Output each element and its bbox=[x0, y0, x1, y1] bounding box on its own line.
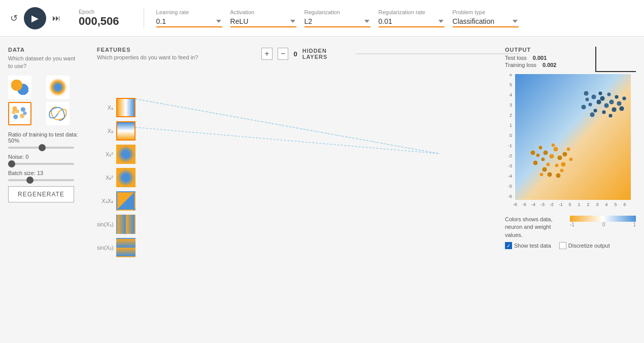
problem-type-label: Problem type bbox=[453, 9, 519, 15]
feature-sinx2: sin(X₂) bbox=[97, 238, 135, 257]
svg-text:-5: -5 bbox=[508, 184, 512, 189]
problem-type-group: Problem type ClassificationRegression bbox=[453, 9, 519, 27]
feature-x1sq: X₁² bbox=[97, 145, 135, 164]
ratio-slider[interactable] bbox=[8, 147, 74, 149]
feature-x2: X₂ bbox=[97, 121, 135, 141]
epoch-section: Epoch 000,506 bbox=[79, 9, 119, 28]
regularization-rate-select[interactable]: 0.010.0010.1 bbox=[379, 16, 445, 27]
svg-point-44 bbox=[607, 92, 611, 96]
reset-button[interactable]: ↺ bbox=[8, 11, 20, 26]
dataset-ring[interactable] bbox=[46, 76, 70, 99]
feature-sinx1: sin(X₁) bbox=[97, 215, 135, 234]
color-bar bbox=[570, 216, 636, 222]
svg-text:-1: -1 bbox=[508, 143, 512, 148]
batch-label: Batch size: 13 bbox=[8, 170, 81, 176]
network-svg-area bbox=[135, 88, 489, 265]
feature-x1sq-thumb[interactable] bbox=[116, 145, 135, 164]
color-bar-section: Colors shows data, neuron and weight val… bbox=[505, 216, 636, 239]
svg-text:-2: -2 bbox=[550, 202, 554, 207]
svg-point-1 bbox=[16, 110, 19, 113]
svg-point-73 bbox=[569, 157, 573, 161]
svg-text:3: 3 bbox=[596, 202, 598, 207]
features-column: X₁ X₂ X₁² X₂² X₁X₂ bbox=[97, 98, 135, 257]
data-subtitle: Which dataset do you want to use? bbox=[8, 55, 81, 71]
dataset-xor[interactable] bbox=[8, 102, 31, 125]
dataset-cluster[interactable] bbox=[8, 76, 31, 99]
show-test-data-row: Show test data bbox=[505, 242, 551, 249]
svg-point-3 bbox=[13, 115, 18, 119]
svg-point-70 bbox=[533, 160, 538, 165]
svg-point-57 bbox=[549, 154, 554, 159]
training-loss-value: 0.002 bbox=[543, 62, 557, 68]
color-bar-min: -1 bbox=[570, 222, 574, 227]
svg-point-4 bbox=[21, 107, 25, 112]
svg-text:0: 0 bbox=[568, 202, 571, 207]
svg-point-48 bbox=[590, 112, 595, 117]
svg-point-51 bbox=[608, 114, 613, 118]
left-panel: DATA Which dataset do you want to use? bbox=[0, 41, 89, 343]
svg-point-59 bbox=[553, 147, 558, 152]
feature-sinx1-thumb[interactable] bbox=[116, 215, 135, 234]
svg-text:-6: -6 bbox=[508, 194, 512, 199]
noise-slider[interactable] bbox=[8, 163, 74, 165]
learning-rate-group: Learning rate 0.10.30.030.01 bbox=[156, 9, 222, 27]
svg-point-36 bbox=[591, 94, 596, 99]
color-bar-ticks: -1 0 1 bbox=[570, 222, 636, 227]
feature-sinx2-thumb[interactable] bbox=[116, 238, 135, 257]
svg-point-40 bbox=[604, 103, 609, 108]
svg-point-74 bbox=[547, 172, 552, 177]
svg-point-75 bbox=[539, 173, 544, 177]
feature-x2-thumb[interactable] bbox=[116, 121, 135, 141]
svg-text:6: 6 bbox=[510, 74, 512, 77]
regenerate-button[interactable]: REGENERATE bbox=[8, 186, 74, 202]
noise-label: Noise: 0 bbox=[8, 154, 81, 160]
svg-point-41 bbox=[593, 109, 597, 113]
play-button[interactable]: ▶ bbox=[24, 7, 46, 29]
regularization-select[interactable]: L2NoneL1 bbox=[304, 16, 370, 27]
svg-text:5: 5 bbox=[510, 82, 512, 87]
remove-layer-button[interactable]: − bbox=[278, 48, 289, 60]
step-button[interactable]: ⏭ bbox=[50, 12, 62, 25]
activation-select[interactable]: ReLUTanhSigmoidLinear bbox=[230, 16, 296, 27]
activation-group: Activation ReLUTanhSigmoidLinear bbox=[230, 9, 296, 27]
svg-point-66 bbox=[536, 153, 540, 157]
batch-slider[interactable] bbox=[8, 179, 74, 181]
svg-text:3: 3 bbox=[510, 102, 512, 108]
svg-text:0: 0 bbox=[510, 133, 512, 138]
svg-point-64 bbox=[538, 146, 543, 150]
svg-point-56 bbox=[543, 150, 548, 155]
data-title: DATA bbox=[8, 47, 81, 53]
svg-point-71 bbox=[560, 168, 564, 173]
svg-point-60 bbox=[557, 155, 562, 160]
dataset-spiral[interactable] bbox=[46, 102, 70, 125]
dataset-grid bbox=[8, 76, 81, 125]
problem-type-select[interactable]: ClassificationRegression bbox=[453, 16, 519, 27]
color-bar-mid: 0 bbox=[602, 222, 605, 227]
ratio-thumb[interactable] bbox=[39, 144, 46, 151]
learning-rate-select[interactable]: 0.10.30.030.01 bbox=[156, 16, 222, 27]
visualization-area: 6 5 4 3 2 1 0 -1 -2 -3 -4 -5 -6 -6 -5 -4… bbox=[505, 74, 636, 212]
svg-point-50 bbox=[581, 105, 586, 110]
playback-controls: ↺ ▶ ⏭ bbox=[8, 7, 62, 29]
discretize-output-row: Discretize output bbox=[559, 242, 610, 249]
network-area: X₁ X₂ X₁² X₂² X₁X₂ bbox=[97, 88, 489, 265]
add-layer-button[interactable]: + bbox=[261, 48, 273, 60]
feature-x2sq-thumb[interactable] bbox=[116, 168, 135, 187]
svg-point-63 bbox=[555, 163, 559, 167]
right-panel: OUTPUT Test loss 0.001 Training loss 0.0… bbox=[497, 41, 644, 343]
background-gradient bbox=[515, 74, 631, 200]
regularization-label: Regularization bbox=[304, 9, 370, 15]
feature-x1-thumb[interactable] bbox=[116, 98, 135, 117]
feature-x1x2-thumb[interactable] bbox=[116, 191, 135, 211]
svg-point-49 bbox=[615, 95, 619, 99]
noise-thumb[interactable] bbox=[8, 160, 15, 167]
batch-thumb[interactable] bbox=[26, 177, 33, 184]
svg-point-69 bbox=[566, 147, 570, 151]
svg-point-54 bbox=[584, 91, 589, 96]
learning-rate-label: Learning rate bbox=[156, 9, 222, 15]
svg-point-72 bbox=[530, 150, 535, 155]
show-test-data-checkbox[interactable] bbox=[505, 242, 512, 249]
features-title: FEATURES bbox=[97, 47, 198, 53]
svg-text:-3: -3 bbox=[540, 202, 545, 207]
discretize-output-checkbox[interactable] bbox=[559, 242, 566, 249]
